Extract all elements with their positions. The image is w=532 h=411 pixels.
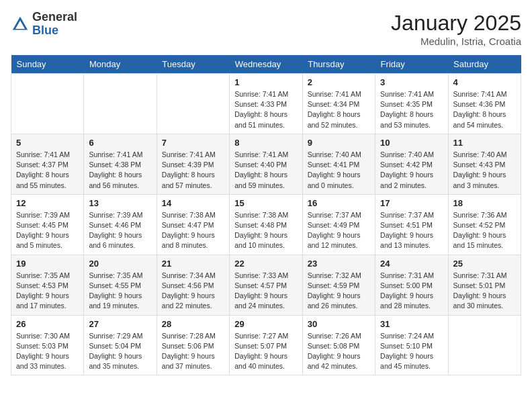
day-number: 9 xyxy=(308,138,370,148)
location-subtitle: Medulin, Istria, Croatia xyxy=(391,36,521,47)
calendar-cell xyxy=(157,74,229,134)
calendar-cell: 30Sunrise: 7:26 AMSunset: 5:08 PMDayligh… xyxy=(302,315,375,375)
calendar-cell xyxy=(11,74,84,134)
calendar-cell: 13Sunrise: 7:39 AMSunset: 4:46 PMDayligh… xyxy=(84,194,157,255)
weekday-header-friday: Friday xyxy=(375,55,448,74)
day-info: Sunrise: 7:38 AMSunset: 4:48 PMDaylight:… xyxy=(234,210,297,251)
weekday-header-tuesday: Tuesday xyxy=(157,55,229,74)
day-info: Sunrise: 7:41 AMSunset: 4:38 PMDaylight:… xyxy=(89,150,151,191)
logo: General Blue xyxy=(11,11,77,38)
calendar-cell: 18Sunrise: 7:36 AMSunset: 4:52 PMDayligh… xyxy=(448,194,521,255)
day-number: 10 xyxy=(380,138,443,148)
calendar-cell: 6Sunrise: 7:41 AMSunset: 4:38 PMDaylight… xyxy=(84,134,157,194)
day-number: 27 xyxy=(89,319,151,329)
logo-icon xyxy=(11,15,30,34)
day-number: 5 xyxy=(16,138,79,148)
calendar-cell: 17Sunrise: 7:37 AMSunset: 4:51 PMDayligh… xyxy=(375,194,448,255)
calendar-cell: 15Sunrise: 7:38 AMSunset: 4:48 PMDayligh… xyxy=(230,194,302,255)
day-info: Sunrise: 7:41 AMSunset: 4:36 PMDaylight:… xyxy=(453,89,516,130)
day-info: Sunrise: 7:33 AMSunset: 4:57 PMDaylight:… xyxy=(234,271,297,312)
day-number: 11 xyxy=(453,138,516,148)
calendar-cell: 31Sunrise: 7:24 AMSunset: 5:10 PMDayligh… xyxy=(375,315,448,375)
logo-blue-text: Blue xyxy=(32,24,58,37)
day-number: 31 xyxy=(380,319,443,329)
logo-text: General Blue xyxy=(32,11,77,38)
calendar-cell: 27Sunrise: 7:29 AMSunset: 5:04 PMDayligh… xyxy=(84,315,157,375)
day-info: Sunrise: 7:27 AMSunset: 5:07 PMDaylight:… xyxy=(234,331,297,372)
calendar-cell xyxy=(448,315,521,375)
day-number: 20 xyxy=(89,259,151,269)
calendar-cell: 12Sunrise: 7:39 AMSunset: 4:45 PMDayligh… xyxy=(11,194,84,255)
day-number: 4 xyxy=(453,77,516,87)
day-number: 2 xyxy=(308,77,370,87)
calendar-cell: 4Sunrise: 7:41 AMSunset: 4:36 PMDaylight… xyxy=(448,74,521,134)
day-info: Sunrise: 7:39 AMSunset: 4:45 PMDaylight:… xyxy=(16,210,79,251)
day-info: Sunrise: 7:32 AMSunset: 4:59 PMDaylight:… xyxy=(308,271,370,312)
day-number: 28 xyxy=(162,319,224,329)
weekday-header-row: SundayMondayTuesdayWednesdayThursdayFrid… xyxy=(11,55,521,74)
day-info: Sunrise: 7:31 AMSunset: 5:00 PMDaylight:… xyxy=(380,271,443,312)
day-number: 21 xyxy=(162,259,224,269)
month-title: January 2025 xyxy=(391,11,521,36)
day-info: Sunrise: 7:38 AMSunset: 4:47 PMDaylight:… xyxy=(162,210,224,251)
day-info: Sunrise: 7:36 AMSunset: 4:52 PMDaylight:… xyxy=(453,210,516,251)
day-number: 16 xyxy=(308,198,370,208)
weekday-header-thursday: Thursday xyxy=(302,55,375,74)
day-number: 18 xyxy=(453,198,516,208)
calendar-cell: 11Sunrise: 7:40 AMSunset: 4:43 PMDayligh… xyxy=(448,134,521,194)
calendar-cell: 7Sunrise: 7:41 AMSunset: 4:39 PMDaylight… xyxy=(157,134,229,194)
day-info: Sunrise: 7:40 AMSunset: 4:42 PMDaylight:… xyxy=(380,150,443,191)
calendar-week-row: 19Sunrise: 7:35 AMSunset: 4:53 PMDayligh… xyxy=(11,255,521,315)
title-area: January 2025 Medulin, Istria, Croatia xyxy=(391,11,521,47)
calendar-cell: 20Sunrise: 7:35 AMSunset: 4:55 PMDayligh… xyxy=(84,255,157,315)
day-info: Sunrise: 7:41 AMSunset: 4:33 PMDaylight:… xyxy=(234,89,297,130)
day-number: 3 xyxy=(380,77,443,87)
weekday-header-wednesday: Wednesday xyxy=(230,55,302,74)
calendar-cell: 8Sunrise: 7:41 AMSunset: 4:40 PMDaylight… xyxy=(230,134,302,194)
day-number: 23 xyxy=(308,259,370,269)
weekday-header-monday: Monday xyxy=(84,55,157,74)
day-number: 25 xyxy=(453,259,516,269)
day-info: Sunrise: 7:26 AMSunset: 5:08 PMDaylight:… xyxy=(308,331,370,372)
day-info: Sunrise: 7:29 AMSunset: 5:04 PMDaylight:… xyxy=(89,331,151,372)
calendar-cell: 16Sunrise: 7:37 AMSunset: 4:49 PMDayligh… xyxy=(302,194,375,255)
day-number: 15 xyxy=(234,198,297,208)
day-number: 24 xyxy=(380,259,443,269)
calendar-cell: 22Sunrise: 7:33 AMSunset: 4:57 PMDayligh… xyxy=(230,255,302,315)
calendar-week-row: 12Sunrise: 7:39 AMSunset: 4:45 PMDayligh… xyxy=(11,194,521,255)
weekday-header-saturday: Saturday xyxy=(448,55,521,74)
calendar-cell: 25Sunrise: 7:31 AMSunset: 5:01 PMDayligh… xyxy=(448,255,521,315)
day-info: Sunrise: 7:40 AMSunset: 4:43 PMDaylight:… xyxy=(453,150,516,191)
day-number: 1 xyxy=(234,77,297,87)
day-info: Sunrise: 7:41 AMSunset: 4:35 PMDaylight:… xyxy=(380,89,443,130)
day-info: Sunrise: 7:41 AMSunset: 4:40 PMDaylight:… xyxy=(234,150,297,191)
calendar-cell: 23Sunrise: 7:32 AMSunset: 4:59 PMDayligh… xyxy=(302,255,375,315)
day-number: 7 xyxy=(162,138,224,148)
day-info: Sunrise: 7:41 AMSunset: 4:37 PMDaylight:… xyxy=(16,150,79,191)
calendar-table: SundayMondayTuesdayWednesdayThursdayFrid… xyxy=(11,55,521,375)
calendar-cell: 19Sunrise: 7:35 AMSunset: 4:53 PMDayligh… xyxy=(11,255,84,315)
day-info: Sunrise: 7:30 AMSunset: 5:03 PMDaylight:… xyxy=(16,331,79,372)
day-number: 30 xyxy=(308,319,370,329)
calendar-cell xyxy=(84,74,157,134)
day-number: 8 xyxy=(234,138,297,148)
day-info: Sunrise: 7:39 AMSunset: 4:46 PMDaylight:… xyxy=(89,210,151,251)
day-number: 14 xyxy=(162,198,224,208)
calendar-week-row: 26Sunrise: 7:30 AMSunset: 5:03 PMDayligh… xyxy=(11,315,521,375)
calendar-cell: 29Sunrise: 7:27 AMSunset: 5:07 PMDayligh… xyxy=(230,315,302,375)
day-info: Sunrise: 7:40 AMSunset: 4:41 PMDaylight:… xyxy=(308,150,370,191)
day-number: 17 xyxy=(380,198,443,208)
day-info: Sunrise: 7:31 AMSunset: 5:01 PMDaylight:… xyxy=(453,271,516,312)
calendar-cell: 2Sunrise: 7:41 AMSunset: 4:34 PMDaylight… xyxy=(302,74,375,134)
day-number: 12 xyxy=(16,198,79,208)
day-info: Sunrise: 7:41 AMSunset: 4:39 PMDaylight:… xyxy=(162,150,224,191)
calendar-cell: 1Sunrise: 7:41 AMSunset: 4:33 PMDaylight… xyxy=(230,74,302,134)
calendar-cell: 21Sunrise: 7:34 AMSunset: 4:56 PMDayligh… xyxy=(157,255,229,315)
calendar-cell: 10Sunrise: 7:40 AMSunset: 4:42 PMDayligh… xyxy=(375,134,448,194)
page-header: General Blue January 2025 Medulin, Istri… xyxy=(11,11,521,47)
day-info: Sunrise: 7:35 AMSunset: 4:53 PMDaylight:… xyxy=(16,271,79,312)
day-number: 6 xyxy=(89,138,151,148)
weekday-header-sunday: Sunday xyxy=(11,55,84,74)
day-info: Sunrise: 7:24 AMSunset: 5:10 PMDaylight:… xyxy=(380,331,443,372)
day-number: 22 xyxy=(234,259,297,269)
